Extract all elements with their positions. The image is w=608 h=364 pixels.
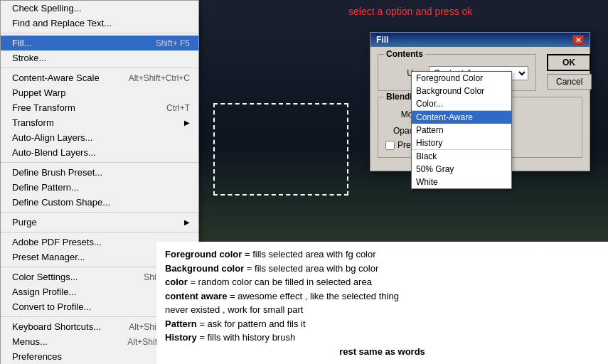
- explanation-line8: rest same as words: [165, 345, 599, 359]
- preserve-transparency-checkbox[interactable]: [385, 141, 395, 150]
- menu-item-check-spelling[interactable]: Check Spelling...: [1, 1, 198, 16]
- separator: [1, 68, 198, 68]
- explanation-line2: Background color = fils selected area wi…: [165, 262, 599, 276]
- selection-rectangle: [213, 103, 348, 196]
- ok-button[interactable]: OK: [547, 54, 591, 71]
- dialog-buttons-container: OK Cancel: [540, 54, 592, 90]
- explanation-line1: Foreground color = fills selected area w…: [165, 247, 599, 262]
- menu-item-content-aware-scale[interactable]: Content-Aware Scale Alt+Shift+Ctrl+C: [1, 70, 198, 85]
- menu-item-auto-align[interactable]: Auto-Align Layers...: [1, 130, 198, 145]
- dropdown-black[interactable]: Black: [412, 150, 511, 163]
- separator: [1, 212, 198, 213]
- explanation-line4: content aware = awesome effect , like th…: [165, 289, 599, 304]
- separator: [1, 232, 198, 232]
- dropdown-color[interactable]: Color...: [412, 97, 511, 110]
- menu-item-define-pattern[interactable]: Define Pattern...: [1, 180, 198, 195]
- dropdown-50gray[interactable]: 50% Gray: [412, 163, 511, 176]
- use-dropdown-list: Foreground Color Background Color Color.…: [411, 71, 512, 189]
- dropdown-foreground-color[interactable]: Foreground Color: [412, 72, 511, 85]
- menu-item-auto-blend[interactable]: Auto-Blend Layers...: [1, 145, 198, 160]
- separator: [1, 33, 198, 33]
- menu-item-stroke[interactable]: Stroke...: [1, 50, 198, 65]
- explanation-line7: History = fills with history brush: [165, 331, 599, 345]
- menu-item-define-brush[interactable]: Define Brush Preset...: [1, 165, 198, 180]
- instruction-text: select a option and press ok: [348, 6, 472, 17]
- dropdown-background-color[interactable]: Background Color: [412, 85, 511, 97]
- dropdown-history[interactable]: History: [412, 136, 511, 149]
- menu-item-define-custom-shape[interactable]: Define Custom Shape...: [1, 195, 198, 210]
- explanation-line6: Pattern = ask for pattern and fils it: [165, 317, 599, 331]
- explanation-line3: color = random color can be filled in se…: [165, 275, 599, 289]
- menu-item-find-replace[interactable]: Find and Replace Text...: [1, 16, 198, 31]
- explanation-area: Foreground color = fills selected area w…: [156, 242, 608, 364]
- menu-item-purge[interactable]: Purge ▶: [1, 215, 198, 230]
- dialog-close-button[interactable]: ✕: [572, 35, 584, 45]
- menu-item-puppet-warp[interactable]: Puppet Warp: [1, 85, 198, 100]
- cancel-button[interactable]: Cancel: [547, 74, 592, 90]
- menu-item-fill[interactable]: Fill... Shift+ F5: [1, 36, 198, 50]
- menu-item-free-transform[interactable]: Free Transform Ctrl+T: [1, 100, 198, 115]
- menu-item-transform[interactable]: Transform ▶: [1, 115, 198, 130]
- dialog-titlebar: Fill ✕: [370, 33, 590, 47]
- separator: [1, 162, 198, 163]
- contents-group-title: Contents: [384, 49, 425, 59]
- dropdown-pattern[interactable]: Pattern: [412, 124, 511, 136]
- dropdown-white[interactable]: White: [412, 176, 511, 188]
- explanation-line5: never existed , work for small part: [165, 303, 599, 317]
- dialog-title: Fill: [376, 35, 388, 45]
- dropdown-content-aware[interactable]: Content-Aware: [412, 111, 511, 124]
